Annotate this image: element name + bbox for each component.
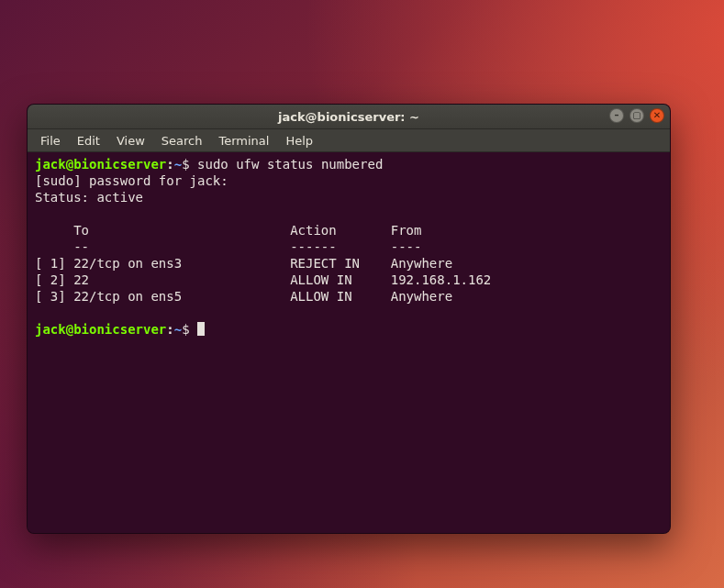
menu-search[interactable]: Search: [154, 132, 210, 150]
terminal-window: jack@bionicserver: ~ – ▢ ✕ File Edit Vie…: [27, 104, 671, 534]
close-icon: ✕: [653, 111, 661, 120]
close-button[interactable]: ✕: [650, 108, 664, 123]
menu-edit[interactable]: Edit: [70, 132, 107, 150]
desktop-background: jack@bionicserver: ~ – ▢ ✕ File Edit Vie…: [0, 0, 724, 588]
menu-help[interactable]: Help: [278, 132, 320, 150]
menu-terminal[interactable]: Terminal: [211, 132, 276, 150]
minimize-icon: –: [615, 111, 619, 120]
minimize-button[interactable]: –: [609, 108, 624, 123]
terminal-body[interactable]: jack@bionicserver:~$ sudo ufw status num…: [28, 152, 670, 534]
menu-view[interactable]: View: [109, 132, 152, 150]
window-title: jack@bionicserver: ~: [278, 110, 419, 124]
menubar: File Edit View Search Terminal Help: [28, 129, 670, 152]
window-controls: – ▢ ✕: [609, 108, 664, 123]
menu-file[interactable]: File: [33, 132, 68, 150]
window-titlebar[interactable]: jack@bionicserver: ~ – ▢ ✕: [28, 105, 670, 129]
maximize-button[interactable]: ▢: [629, 108, 644, 123]
maximize-icon: ▢: [632, 111, 640, 120]
